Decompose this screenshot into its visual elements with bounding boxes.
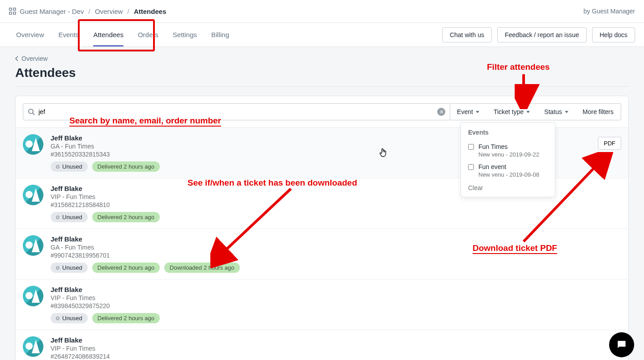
nav-tab-events[interactable]: Events: [51, 23, 86, 47]
apps-icon: [9, 8, 16, 15]
attendee-row[interactable]: Jeff Blake VIP - Fun Times #839845032987…: [16, 280, 628, 330]
nav-tab-overview[interactable]: Overview: [9, 23, 51, 47]
attendee-name: Jeff Blake: [51, 336, 621, 344]
attendee-order: #3156821218584810: [51, 201, 621, 208]
delivered-badge: Delivered 2 hours ago: [92, 263, 160, 273]
help-docs-button[interactable]: Help docs: [592, 27, 635, 42]
page-title: Attendees: [15, 66, 629, 80]
attendee-row[interactable]: Jeff Blake VIP - Fun Times #264872408683…: [16, 330, 628, 360]
attendee-ticket: GA - Fun Times: [51, 244, 621, 251]
breadcrumb-app[interactable]: Guest Manager - Dev: [20, 8, 84, 15]
svg-rect-1: [13, 8, 16, 10]
svg-rect-0: [9, 8, 12, 10]
filter-event[interactable]: Event: [450, 103, 487, 120]
avatar: [23, 185, 43, 205]
breadcrumb: Guest Manager - Dev / Overview / Attende…: [20, 8, 166, 15]
attendee-name: Jeff Blake: [51, 286, 621, 293]
event-filter-dropdown: Events Fun Times New venu - 2019-09-22 F…: [461, 122, 555, 197]
attendee-row[interactable]: Jeff Blake GA - Fun Times #9907423819956…: [16, 229, 628, 280]
nav-tab-settings[interactable]: Settings: [166, 23, 204, 47]
breadcrumb-section[interactable]: Overview: [95, 8, 123, 15]
main-nav: OverviewEventsAttendeesOrdersSettingsBil…: [0, 23, 644, 47]
attendee-order: #2648724086839214: [51, 353, 621, 360]
svg-line-5: [33, 113, 34, 115]
search-input[interactable]: [35, 108, 437, 115]
delivered-badge: Delivered 2 hours ago: [92, 161, 160, 172]
downloaded-badge: Downloaded 2 hours ago: [164, 263, 240, 273]
dropdown-item[interactable]: Fun Times New venu - 2019-09-22: [468, 140, 548, 161]
nav-tab-orders[interactable]: Orders: [131, 23, 166, 47]
dropdown-checkbox[interactable]: [468, 164, 474, 170]
svg-rect-3: [13, 12, 16, 14]
delivered-badge: Delivered 2 hours ago: [92, 212, 160, 222]
back-link[interactable]: Overview: [15, 55, 629, 62]
attendees-card: ✕ Event Ticket type Status More filters …: [15, 96, 629, 360]
chevron-left-icon: [15, 56, 19, 61]
unused-badge: Unused: [51, 212, 88, 222]
filter-more[interactable]: More filters: [576, 103, 621, 120]
pdf-button[interactable]: PDF: [598, 137, 621, 150]
chat-button[interactable]: Chat with us: [442, 27, 492, 42]
attendee-name: Jeff Blake: [51, 235, 621, 243]
avatar: [23, 286, 43, 306]
topbar: Guest Manager - Dev / Overview / Attende…: [0, 0, 644, 23]
unused-badge: Unused: [51, 161, 88, 172]
clear-search-icon[interactable]: ✕: [437, 108, 445, 116]
avatar: [23, 134, 43, 155]
content: Overview Attendees ✕ Event Ticket type S…: [0, 47, 644, 360]
title-divider: [15, 86, 629, 87]
nav-tab-billing[interactable]: Billing: [204, 23, 236, 47]
svg-point-4: [29, 109, 33, 114]
delivered-badge: Delivered 2 hours ago: [92, 313, 160, 323]
chevron-down-icon: [565, 111, 568, 113]
byline: by Guest Manager: [584, 8, 635, 15]
avatar: [23, 336, 43, 357]
chevron-down-icon: [476, 111, 479, 113]
cursor-icon: [379, 148, 387, 159]
nav-tab-attendees[interactable]: Attendees: [86, 23, 131, 47]
intercom-launcher[interactable]: [609, 332, 634, 357]
dropdown-item[interactable]: Fun event New venu - 2019-09-08: [468, 161, 548, 181]
breadcrumb-page: Attendees: [134, 8, 166, 15]
svg-rect-2: [9, 12, 12, 14]
attendee-order: #8398450329875220: [51, 302, 621, 309]
unused-badge: Unused: [51, 263, 88, 273]
unused-badge: Unused: [51, 313, 88, 323]
chevron-down-icon: [526, 111, 530, 113]
dropdown-checkbox[interactable]: [468, 144, 474, 150]
dropdown-title: Events: [468, 129, 548, 136]
chat-icon: [616, 339, 627, 351]
search-field[interactable]: ✕: [23, 103, 450, 120]
dropdown-clear[interactable]: Clear: [468, 181, 548, 191]
feedback-button[interactable]: Feedback / report an issue: [497, 27, 587, 42]
back-link-label: Overview: [21, 55, 47, 62]
filter-ticket-type[interactable]: Ticket type: [486, 103, 537, 120]
filter-status[interactable]: Status: [537, 103, 576, 120]
attendee-ticket: VIP - Fun Times: [51, 345, 621, 352]
avatar: [23, 235, 43, 256]
search-icon: [28, 108, 35, 115]
attendee-order: #9907423819956701: [51, 252, 621, 259]
attendee-ticket: VIP - Fun Times: [51, 294, 621, 301]
